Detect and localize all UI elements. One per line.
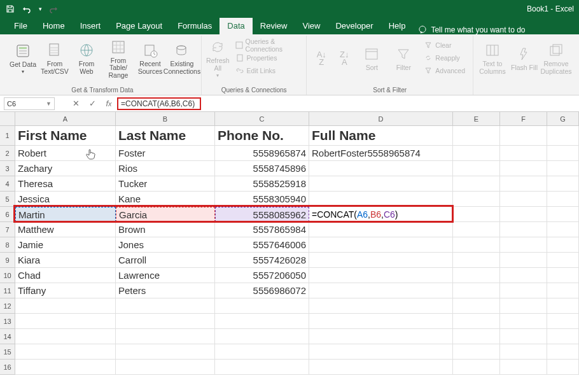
cell-D11[interactable] — [309, 283, 453, 298]
cell-C8[interactable]: 5557646006 — [215, 237, 309, 253]
cell-C15[interactable] — [215, 344, 309, 360]
cell-G8[interactable] — [547, 237, 579, 253]
cell-B7[interactable]: Brown — [116, 222, 215, 237]
cell-A12[interactable] — [15, 298, 116, 314]
from-text-csv-button[interactable]: From Text/CSV — [39, 37, 70, 80]
cell-C14[interactable] — [215, 329, 309, 344]
cell-E9[interactable] — [453, 253, 500, 268]
column-header-E[interactable]: E — [453, 112, 500, 126]
text-to-columns-button[interactable]: Text to Columns — [477, 37, 508, 80]
cell-F10[interactable] — [500, 268, 547, 283]
cell-A6[interactable]: Martin — [15, 207, 116, 222]
cell-D13[interactable] — [309, 314, 453, 329]
cell-D14[interactable] — [309, 329, 453, 344]
cell-A15[interactable] — [15, 344, 116, 360]
row-header-2[interactable]: 2 — [0, 146, 15, 161]
cell-G12[interactable] — [547, 298, 579, 314]
from-table-range-button[interactable]: From Table/ Range — [103, 37, 134, 80]
cell-C11[interactable]: 5556986072 — [215, 283, 309, 298]
tab-home[interactable]: Home — [35, 18, 73, 34]
cell-D5[interactable] — [309, 192, 453, 207]
select-all-corner[interactable] — [0, 112, 15, 126]
cell-A10[interactable]: Chad — [15, 268, 116, 283]
queries-connections-button[interactable]: Queries & Connections — [233, 39, 302, 51]
cell-G2[interactable] — [547, 146, 579, 161]
cell-B8[interactable]: Jones — [116, 237, 215, 253]
cell-F12[interactable] — [500, 298, 547, 314]
cell-E14[interactable] — [453, 329, 500, 344]
cell-G3[interactable] — [547, 161, 579, 176]
tab-developer[interactable]: Developer — [328, 18, 380, 34]
cell-A11[interactable]: Tiffany — [15, 283, 116, 298]
row-header-12[interactable]: 12 — [0, 298, 15, 314]
cell-E2[interactable] — [453, 146, 500, 161]
row-header-1[interactable]: 1 — [0, 126, 15, 146]
enter-formula-icon[interactable]: ✓ — [84, 95, 101, 112]
cell-C13[interactable] — [215, 314, 309, 329]
refresh-all-button[interactable]: Refresh All▾ — [206, 37, 230, 80]
cell-E11[interactable] — [453, 283, 500, 298]
cell-C16[interactable] — [215, 360, 309, 375]
row-header-5[interactable]: 5 — [0, 192, 15, 207]
cell-A13[interactable] — [15, 314, 116, 329]
cell-D16[interactable] — [309, 360, 453, 375]
cell-D9[interactable] — [309, 253, 453, 268]
cell-B5[interactable]: Kane — [116, 192, 215, 207]
cell-A2[interactable]: Robert — [15, 146, 116, 161]
cell-A4[interactable]: Theresa — [15, 176, 116, 192]
formula-input[interactable]: =CONCAT(A6,B6,C6) — [117, 97, 579, 111]
cell-F5[interactable] — [500, 192, 547, 207]
existing-connections-button[interactable]: Existing Connections — [167, 37, 197, 80]
cell-E15[interactable] — [453, 344, 500, 360]
tab-data[interactable]: Data — [220, 18, 252, 34]
row-header-10[interactable]: 10 — [0, 268, 15, 283]
cell-A1[interactable]: First Name — [15, 126, 116, 146]
cell-B12[interactable] — [116, 298, 215, 314]
cell-F15[interactable] — [500, 344, 547, 360]
cell-F9[interactable] — [500, 253, 547, 268]
cell-D7[interactable] — [309, 222, 453, 237]
cell-F1[interactable] — [500, 126, 547, 146]
cell-C2[interactable]: 5558965874 — [215, 146, 309, 161]
cell-E3[interactable] — [453, 161, 500, 176]
cell-F11[interactable] — [500, 283, 547, 298]
row-header-8[interactable]: 8 — [0, 237, 15, 253]
tab-view[interactable]: View — [295, 18, 328, 34]
cell-B10[interactable]: Lawrence — [116, 268, 215, 283]
cell-B6[interactable]: Garcia — [116, 207, 215, 222]
cell-E5[interactable] — [453, 192, 500, 207]
cell-C5[interactable]: 5558305940 — [215, 192, 309, 207]
cell-F4[interactable] — [500, 176, 547, 192]
cell-A16[interactable] — [15, 360, 116, 375]
cell-B15[interactable] — [116, 344, 215, 360]
tab-page-layout[interactable]: Page Layout — [108, 18, 170, 34]
row-header-11[interactable]: 11 — [0, 283, 15, 298]
row-header-13[interactable]: 13 — [0, 314, 15, 329]
filter-button[interactable]: Filter — [388, 37, 419, 80]
cell-G13[interactable] — [547, 314, 579, 329]
cell-G5[interactable] — [547, 192, 579, 207]
tab-review[interactable]: Review — [253, 18, 295, 34]
cell-B13[interactable] — [116, 314, 215, 329]
cell-G10[interactable] — [547, 268, 579, 283]
cell-D2[interactable]: RobertFoster5558965874 — [309, 146, 453, 161]
cell-G15[interactable] — [547, 344, 579, 360]
tell-me-search[interactable]: Tell me what you want to do — [413, 25, 530, 34]
cell-G14[interactable] — [547, 329, 579, 344]
cell-F7[interactable] — [500, 222, 547, 237]
cell-C9[interactable]: 5557426028 — [215, 253, 309, 268]
cell-D15[interactable] — [309, 344, 453, 360]
cell-A3[interactable]: Zachary — [15, 161, 116, 176]
cell-G11[interactable] — [547, 283, 579, 298]
properties-button[interactable]: Properties — [233, 52, 302, 64]
cell-F16[interactable] — [500, 360, 547, 375]
cell-A5[interactable]: Jessica — [15, 192, 116, 207]
cell-C10[interactable]: 5557206050 — [215, 268, 309, 283]
edit-links-button[interactable]: Edit Links — [233, 65, 302, 76]
row-header-9[interactable]: 9 — [0, 253, 15, 268]
cell-C3[interactable]: 5558745896 — [215, 161, 309, 176]
row-header-7[interactable]: 7 — [0, 222, 15, 237]
reapply-button[interactable]: Reapply — [421, 52, 468, 64]
cell-C6[interactable]: 5558085962 — [215, 207, 309, 222]
cell-F14[interactable] — [500, 329, 547, 344]
